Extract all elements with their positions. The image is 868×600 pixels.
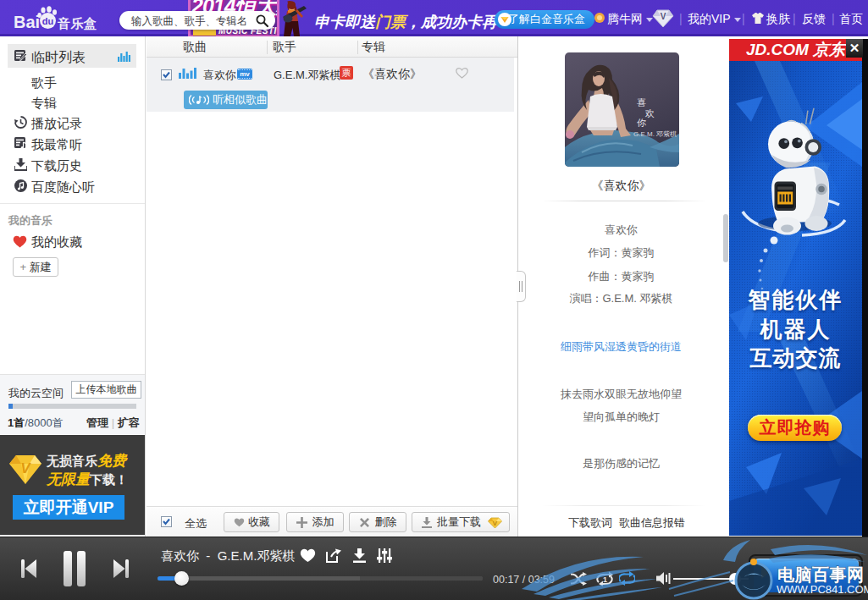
svg-text:G.E.M. 邓紫棋: G.E.M. 邓紫棋	[633, 130, 677, 138]
svg-text:1: 1	[603, 575, 607, 584]
svg-text:你: 你	[637, 118, 646, 128]
svg-text:V: V	[661, 12, 666, 21]
svg-text:喜: 喜	[637, 97, 646, 107]
svg-text:V: V	[493, 520, 498, 527]
svg-text:V: V	[20, 460, 31, 476]
svg-text:du: du	[42, 16, 53, 26]
